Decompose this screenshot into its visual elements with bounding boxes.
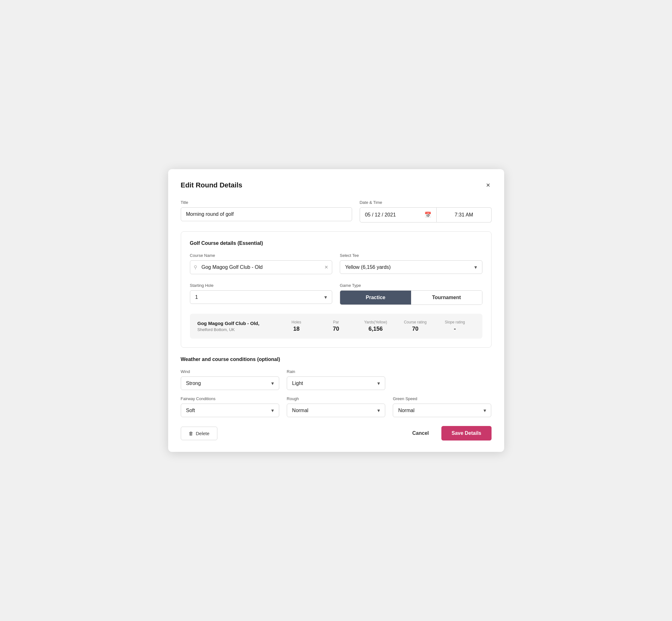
green-speed-group: Green Speed Normal ▼ xyxy=(393,396,491,417)
course-info-name-group: Gog Magog Golf Club - Old, Shelford Bott… xyxy=(198,321,277,332)
select-tee-label: Select Tee xyxy=(340,253,482,258)
course-rating-value: 70 xyxy=(395,326,435,332)
fairway-label: Fairway Conditions xyxy=(181,396,279,401)
rain-label: Rain xyxy=(287,369,385,374)
close-button[interactable]: × xyxy=(485,180,492,190)
golf-course-title: Golf Course details (Essential) xyxy=(190,241,482,246)
datetime-label: Date & Time xyxy=(360,200,492,205)
rough-label: Rough xyxy=(287,396,385,401)
cancel-button[interactable]: Cancel xyxy=(407,427,434,440)
green-speed-select[interactable]: Normal xyxy=(393,404,491,417)
title-group: Title xyxy=(181,200,352,222)
rough-select[interactable]: Normal xyxy=(287,404,385,417)
course-info-box: Gog Magog Golf Club - Old, Shelford Bott… xyxy=(190,314,482,339)
yards-value: 6,156 xyxy=(356,326,395,332)
wind-select-wrapper: Strong ▼ xyxy=(181,376,279,390)
footer-row: 🗑 Delete Cancel Save Details xyxy=(181,426,492,441)
calendar-icon: 📅 xyxy=(424,211,431,218)
hole-select-wrapper: 1 ▼ xyxy=(190,290,333,304)
tee-select[interactable]: Yellow (6,156 yards) xyxy=(340,260,482,274)
game-type-label: Game Type xyxy=(340,283,482,288)
course-name-group: Course Name ⚲ ✕ xyxy=(190,253,333,274)
date-field[interactable]: 05 / 12 / 2021 📅 xyxy=(360,207,437,222)
trash-icon: 🗑 xyxy=(189,431,194,436)
course-info-location: Shelford Bottom, UK xyxy=(198,327,277,332)
save-button[interactable]: Save Details xyxy=(442,426,491,441)
starting-hole-group: Starting Hole 1 ▼ xyxy=(190,283,333,305)
course-rating-stat: Course rating 70 xyxy=(395,320,435,332)
wind-select[interactable]: Strong xyxy=(181,376,279,390)
golf-course-section: Golf Course details (Essential) Course N… xyxy=(181,231,492,348)
rain-select[interactable]: Light xyxy=(287,376,385,390)
weather-section: Weather and course conditions (optional)… xyxy=(181,357,492,417)
fairway-select[interactable]: Soft xyxy=(181,404,279,417)
green-speed-label: Green Speed xyxy=(393,396,491,401)
time-value: 7:31 AM xyxy=(455,212,473,218)
course-name-label: Course Name xyxy=(190,253,333,258)
fairway-rough-green-row: Fairway Conditions Soft ▼ Rough Normal ▼ xyxy=(181,396,492,417)
hole-gametype-row: Starting Hole 1 ▼ Game Type Practice Tou… xyxy=(190,283,482,305)
course-search-wrapper: ⚲ ✕ xyxy=(190,260,333,274)
slope-rating-label: Slope rating xyxy=(435,320,475,324)
game-type-toggle: Practice Tournament xyxy=(340,290,482,305)
delete-button[interactable]: 🗑 Delete xyxy=(181,427,217,440)
holes-label: Holes xyxy=(277,320,317,324)
rain-select-wrapper: Light ▼ xyxy=(287,376,385,390)
tee-select-wrapper: Yellow (6,156 yards) ▼ xyxy=(340,260,482,274)
yards-stat: Yards(Yellow) 6,156 xyxy=(356,320,395,332)
course-name-input[interactable] xyxy=(190,260,333,274)
wind-group: Wind Strong ▼ xyxy=(181,369,279,390)
fairway-group: Fairway Conditions Soft ▼ xyxy=(181,396,279,417)
par-value: 70 xyxy=(316,326,356,332)
modal-header: Edit Round Details × xyxy=(181,180,492,190)
search-icon: ⚲ xyxy=(194,264,197,270)
wind-rain-row: Wind Strong ▼ Rain Light ▼ xyxy=(181,369,492,390)
edit-round-modal: Edit Round Details × Title Date & Time 0… xyxy=(168,169,504,452)
date-time-wrapper: 05 / 12 / 2021 📅 7:31 AM xyxy=(360,207,492,222)
starting-hole-label: Starting Hole xyxy=(190,283,333,288)
fairway-select-wrapper: Soft ▼ xyxy=(181,404,279,417)
datetime-group: Date & Time 05 / 12 / 2021 📅 7:31 AM xyxy=(360,200,492,222)
holes-value: 18 xyxy=(277,326,317,332)
yards-label: Yards(Yellow) xyxy=(356,320,395,324)
date-value: 05 / 12 / 2021 xyxy=(365,212,396,218)
par-stat: Par 70 xyxy=(316,320,356,332)
select-tee-group: Select Tee Yellow (6,156 yards) ▼ xyxy=(340,253,482,274)
title-label: Title xyxy=(181,200,352,205)
wind-label: Wind xyxy=(181,369,279,374)
course-info-name: Gog Magog Golf Club - Old, xyxy=(198,321,277,326)
par-label: Par xyxy=(316,320,356,324)
title-datetime-row: Title Date & Time 05 / 12 / 2021 📅 7:31 … xyxy=(181,200,492,222)
slope-rating-stat: Slope rating - xyxy=(435,320,475,332)
time-field[interactable]: 7:31 AM xyxy=(437,207,491,222)
modal-title: Edit Round Details xyxy=(181,181,243,189)
practice-button[interactable]: Practice xyxy=(340,291,411,304)
delete-label: Delete xyxy=(196,431,209,436)
weather-section-title: Weather and course conditions (optional) xyxy=(181,357,492,362)
green-speed-select-wrapper: Normal ▼ xyxy=(393,404,491,417)
game-type-group: Game Type Practice Tournament xyxy=(340,283,482,305)
footer-right: Cancel Save Details xyxy=(407,426,492,441)
rough-group: Rough Normal ▼ xyxy=(287,396,385,417)
course-tee-row: Course Name ⚲ ✕ Select Tee Yellow (6,156… xyxy=(190,253,482,274)
course-rating-label: Course rating xyxy=(395,320,435,324)
rain-group: Rain Light ▼ xyxy=(287,369,385,390)
starting-hole-select[interactable]: 1 xyxy=(190,290,333,304)
rough-select-wrapper: Normal ▼ xyxy=(287,404,385,417)
holes-stat: Holes 18 xyxy=(277,320,317,332)
slope-rating-value: - xyxy=(435,326,475,332)
clear-icon[interactable]: ✕ xyxy=(324,264,328,270)
title-input[interactable] xyxy=(181,207,352,221)
tournament-button[interactable]: Tournament xyxy=(411,291,482,304)
